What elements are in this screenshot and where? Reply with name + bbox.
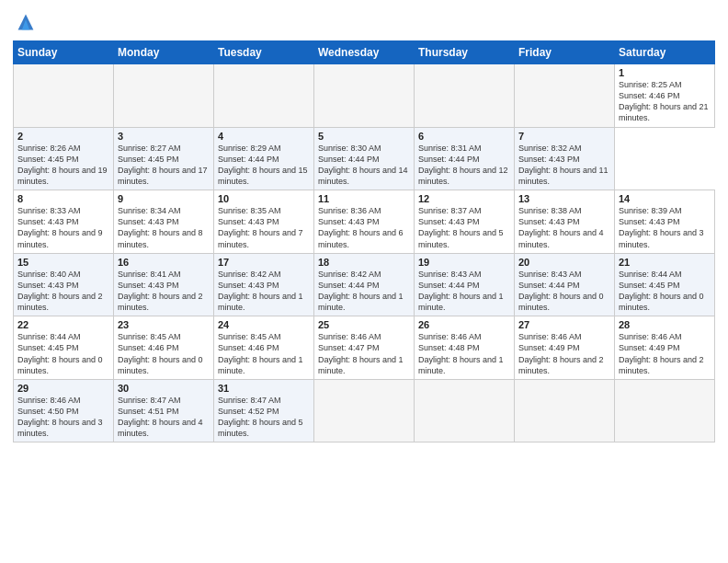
day-of-week-header: Wednesday [314, 41, 415, 64]
day-info: Sunrise: 8:42 AMSunset: 4:44 PMDaylight:… [318, 269, 410, 314]
day-of-week-header: Tuesday [214, 41, 314, 64]
calendar-cell: 6Sunrise: 8:31 AMSunset: 4:44 PMDaylight… [415, 127, 515, 190]
day-of-week-header: Thursday [415, 41, 515, 64]
day-number: 5 [318, 131, 410, 142]
calendar-cell-empty [314, 64, 415, 128]
day-number: 23 [118, 319, 210, 330]
day-info: Sunrise: 8:39 AMSunset: 4:43 PMDaylight:… [619, 205, 711, 250]
calendar-cell: 2Sunrise: 8:26 AMSunset: 4:45 PMDaylight… [14, 127, 114, 190]
calendar-cell: 30Sunrise: 8:47 AMSunset: 4:51 PMDayligh… [114, 379, 214, 442]
calendar-week-row: 2Sunrise: 8:26 AMSunset: 4:45 PMDaylight… [14, 127, 715, 190]
calendar-cell: 15Sunrise: 8:40 AMSunset: 4:43 PMDayligh… [14, 253, 114, 316]
calendar-cell: 22Sunrise: 8:44 AMSunset: 4:45 PMDayligh… [14, 316, 114, 380]
calendar-cell-empty [415, 64, 515, 128]
day-number: 16 [118, 257, 210, 268]
day-number: 8 [17, 193, 109, 204]
calendar-cell: 18Sunrise: 8:42 AMSunset: 4:44 PMDayligh… [314, 253, 415, 316]
day-info: Sunrise: 8:46 AMSunset: 4:49 PMDaylight:… [518, 331, 610, 376]
header [13, 9, 715, 35]
calendar-cell: 19Sunrise: 8:43 AMSunset: 4:44 PMDayligh… [415, 253, 515, 316]
day-number: 1 [619, 67, 711, 78]
calendar-cell: 23Sunrise: 8:45 AMSunset: 4:46 PMDayligh… [114, 316, 214, 380]
day-number: 28 [619, 319, 711, 330]
calendar-cell-empty [615, 379, 715, 442]
calendar-cell: 12Sunrise: 8:37 AMSunset: 4:43 PMDayligh… [415, 190, 515, 254]
day-info: Sunrise: 8:43 AMSunset: 4:44 PMDaylight:… [518, 269, 610, 314]
day-number: 15 [17, 257, 109, 268]
calendar-week-row: 1Sunrise: 8:25 AMSunset: 4:46 PMDaylight… [14, 64, 715, 128]
day-number: 4 [218, 131, 310, 142]
calendar-cell: 7Sunrise: 8:32 AMSunset: 4:43 PMDaylight… [515, 127, 615, 190]
day-number: 7 [518, 131, 610, 142]
calendar-cell-empty [515, 64, 615, 128]
day-number: 24 [218, 319, 310, 330]
day-info: Sunrise: 8:45 AMSunset: 4:46 PMDaylight:… [218, 331, 310, 376]
day-number: 22 [17, 319, 109, 330]
day-number: 10 [218, 193, 310, 204]
calendar-cell-empty [515, 379, 615, 442]
day-info: Sunrise: 8:32 AMSunset: 4:43 PMDaylight:… [518, 143, 610, 188]
day-number: 6 [418, 131, 510, 142]
day-info: Sunrise: 8:46 AMSunset: 4:49 PMDaylight:… [619, 331, 711, 376]
day-number: 25 [318, 319, 410, 330]
day-info: Sunrise: 8:26 AMSunset: 4:45 PMDaylight:… [17, 143, 109, 188]
day-info: Sunrise: 8:33 AMSunset: 4:43 PMDaylight:… [17, 205, 109, 250]
day-number: 17 [218, 257, 310, 268]
day-info: Sunrise: 8:44 AMSunset: 4:45 PMDaylight:… [619, 269, 711, 314]
calendar-table: SundayMondayTuesdayWednesdayThursdayFrid… [13, 40, 715, 442]
day-number: 20 [518, 257, 610, 268]
calendar-cell: 24Sunrise: 8:45 AMSunset: 4:46 PMDayligh… [214, 316, 314, 380]
calendar-week-row: 29Sunrise: 8:46 AMSunset: 4:50 PMDayligh… [14, 379, 715, 442]
day-info: Sunrise: 8:46 AMSunset: 4:48 PMDaylight:… [418, 331, 510, 376]
calendar-cell: 13Sunrise: 8:38 AMSunset: 4:43 PMDayligh… [515, 190, 615, 254]
day-info: Sunrise: 8:35 AMSunset: 4:43 PMDaylight:… [218, 205, 310, 250]
calendar-cell: 5Sunrise: 8:30 AMSunset: 4:44 PMDaylight… [314, 127, 415, 190]
day-number: 21 [619, 257, 711, 268]
day-of-week-header: Sunday [14, 41, 114, 64]
calendar-cell-empty [415, 379, 515, 442]
calendar-cell: 21Sunrise: 8:44 AMSunset: 4:45 PMDayligh… [615, 253, 715, 316]
page-container: SundayMondayTuesdayWednesdayThursdayFrid… [0, 0, 728, 448]
calendar-cell: 4Sunrise: 8:29 AMSunset: 4:44 PMDaylight… [214, 127, 314, 190]
calendar-cell: 14Sunrise: 8:39 AMSunset: 4:43 PMDayligh… [615, 190, 715, 254]
calendar-cell-empty [214, 64, 314, 128]
calendar-cell-empty [314, 379, 415, 442]
calendar-cell: 9Sunrise: 8:34 AMSunset: 4:43 PMDaylight… [114, 190, 214, 254]
calendar-cell: 31Sunrise: 8:47 AMSunset: 4:52 PMDayligh… [214, 379, 314, 442]
day-info: Sunrise: 8:47 AMSunset: 4:52 PMDaylight:… [218, 395, 310, 440]
day-number: 9 [118, 193, 210, 204]
calendar-cell: 3Sunrise: 8:27 AMSunset: 4:45 PMDaylight… [114, 127, 214, 190]
day-info: Sunrise: 8:37 AMSunset: 4:43 PMDaylight:… [418, 205, 510, 250]
day-number: 11 [318, 193, 410, 204]
day-number: 3 [118, 131, 210, 142]
day-info: Sunrise: 8:42 AMSunset: 4:43 PMDaylight:… [218, 269, 310, 314]
calendar-cell: 29Sunrise: 8:46 AMSunset: 4:50 PMDayligh… [14, 379, 114, 442]
day-number: 26 [418, 319, 510, 330]
day-info: Sunrise: 8:31 AMSunset: 4:44 PMDaylight:… [418, 143, 510, 188]
calendar-cell: 11Sunrise: 8:36 AMSunset: 4:43 PMDayligh… [314, 190, 415, 254]
day-number: 30 [118, 383, 210, 394]
day-number: 31 [218, 383, 310, 394]
day-info: Sunrise: 8:46 AMSunset: 4:50 PMDaylight:… [17, 395, 109, 440]
day-number: 14 [619, 193, 711, 204]
day-number: 2 [17, 131, 109, 142]
day-number: 12 [418, 193, 510, 204]
day-of-week-header: Friday [515, 41, 615, 64]
day-number: 29 [17, 383, 109, 394]
day-number: 19 [418, 257, 510, 268]
calendar-cell: 10Sunrise: 8:35 AMSunset: 4:43 PMDayligh… [214, 190, 314, 254]
calendar-cell-empty [14, 64, 114, 128]
day-info: Sunrise: 8:41 AMSunset: 4:43 PMDaylight:… [118, 269, 210, 314]
calendar-cell: 8Sunrise: 8:33 AMSunset: 4:43 PMDaylight… [14, 190, 114, 254]
calendar-cell: 17Sunrise: 8:42 AMSunset: 4:43 PMDayligh… [214, 253, 314, 316]
day-of-week-header: Monday [114, 41, 214, 64]
calendar-week-row: 22Sunrise: 8:44 AMSunset: 4:45 PMDayligh… [14, 316, 715, 380]
day-number: 13 [518, 193, 610, 204]
day-info: Sunrise: 8:27 AMSunset: 4:45 PMDaylight:… [118, 143, 210, 188]
calendar-cell: 25Sunrise: 8:46 AMSunset: 4:47 PMDayligh… [314, 316, 415, 380]
day-info: Sunrise: 8:36 AMSunset: 4:43 PMDaylight:… [318, 205, 410, 250]
calendar-cell: 28Sunrise: 8:46 AMSunset: 4:49 PMDayligh… [615, 316, 715, 380]
calendar-cell-empty [114, 64, 214, 128]
logo [13, 9, 42, 35]
calendar-week-row: 8Sunrise: 8:33 AMSunset: 4:43 PMDaylight… [14, 190, 715, 254]
